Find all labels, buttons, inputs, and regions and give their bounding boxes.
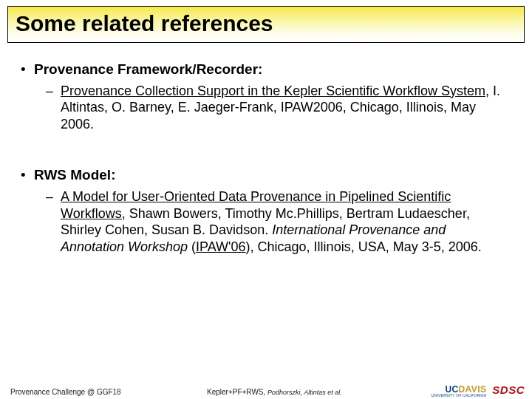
paren-open: ( — [188, 239, 196, 254]
slide-title: Some related references — [16, 11, 516, 36]
reference-text: Provenance Collection Support in the Kep… — [61, 83, 511, 133]
bullet-level2: – Provenance Collection Support in the K… — [46, 83, 511, 133]
bullet-dot-icon: • — [21, 166, 34, 184]
slide-body: • Provenance Framework/Recorder: – Prove… — [0, 43, 532, 255]
bullet-dot-icon: • — [21, 61, 34, 78]
slide: Some related references • Provenance Fra… — [0, 6, 532, 399]
title-bar: Some related references — [7, 6, 525, 43]
bullet-level1: • Provenance Framework/Recorder: — [21, 61, 511, 78]
footer-logos: UCDAVIS UNIVERSITY OF CALIFORNIA SDSC — [432, 383, 525, 398]
footer-left-text: Provenance Challenge @ GGF18 — [10, 388, 121, 396]
bullet-level2: – A Model for User-Oriented Data Provena… — [46, 188, 511, 255]
sdsc-logo: SDSC — [492, 383, 525, 398]
reference-tail: , Chicago, Illinois, USA, May 3-5, 2006. — [250, 239, 482, 254]
footer-project: Kepler+PF+RWS, — [207, 388, 267, 396]
ucdavis-subtitle: UNIVERSITY OF CALIFORNIA — [432, 394, 486, 398]
footer-authors: Podhorszki, Altintas et al. — [267, 389, 342, 396]
dash-icon: – — [46, 188, 61, 255]
slide-footer: Provenance Challenge @ GGF18 Kepler+PF+R… — [0, 378, 532, 399]
reference-text: A Model for User-Oriented Data Provenanc… — [61, 188, 511, 255]
footer-center-text: Kepler+PF+RWS, Podhorszki, Altintas et a… — [207, 388, 342, 396]
section-heading: RWS Model: — [34, 166, 115, 184]
bullet-level1: • RWS Model: — [21, 166, 511, 184]
ipaw-link[interactable]: IPAW'06 — [196, 239, 245, 254]
dash-icon: – — [46, 83, 61, 133]
reference-title-link[interactable]: Provenance Collection Support in the Kep… — [61, 83, 489, 98]
section-heading: Provenance Framework/Recorder: — [34, 61, 262, 78]
ucdavis-logo: UCDAVIS UNIVERSITY OF CALIFORNIA — [432, 385, 486, 398]
spacer — [21, 140, 511, 160]
